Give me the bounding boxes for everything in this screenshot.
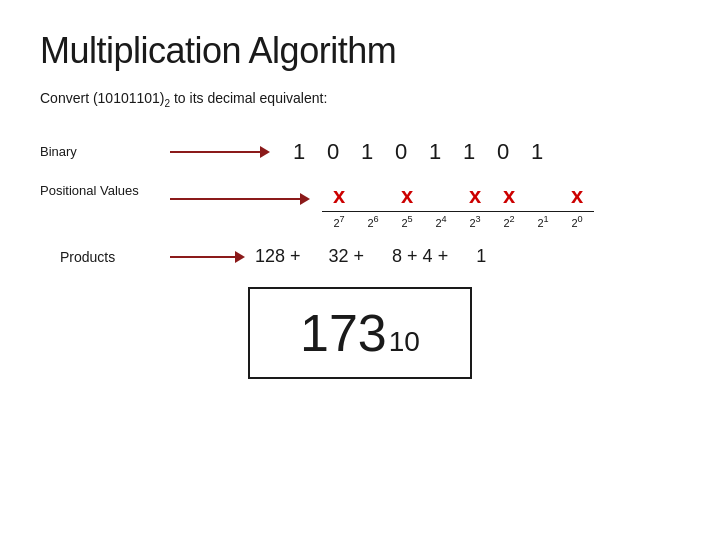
product-8: 8 + 4 + bbox=[392, 246, 448, 267]
power-3: 23 bbox=[458, 214, 492, 229]
binary-label: Binary bbox=[40, 144, 170, 159]
result-display: 17310 bbox=[248, 287, 472, 379]
result-number: 173 bbox=[300, 303, 387, 363]
page: Multiplication Algorithm Convert (101011… bbox=[0, 0, 720, 540]
power-row: 27 26 25 24 23 22 21 20 bbox=[322, 211, 594, 229]
digit-2: 1 bbox=[350, 139, 384, 165]
binary-arrow bbox=[170, 146, 270, 158]
x-cell-7: x bbox=[560, 183, 594, 209]
digit-4: 1 bbox=[418, 139, 452, 165]
x-cell-5: x bbox=[492, 183, 526, 209]
product-1: 1 bbox=[476, 246, 486, 267]
result-box: 17310 bbox=[40, 287, 680, 379]
products-arrowhead bbox=[235, 251, 245, 263]
power-7: 27 bbox=[322, 214, 356, 229]
digit-5: 1 bbox=[452, 139, 486, 165]
power-1: 21 bbox=[526, 214, 560, 229]
digit-0: 1 bbox=[282, 139, 316, 165]
binary-digits: 1 0 1 0 1 1 0 1 bbox=[282, 139, 554, 165]
binary-line bbox=[170, 151, 260, 153]
product-32: 32 + bbox=[329, 246, 365, 267]
products-row: Products 128 + 32 + 8 + 4 + 1 bbox=[40, 246, 680, 267]
positional-label: Positional Values bbox=[40, 183, 170, 198]
result-subscript: 10 bbox=[389, 326, 420, 358]
power-4: 24 bbox=[424, 214, 458, 229]
subtitle: Convert (10101101)2 to its decimal equiv… bbox=[40, 90, 680, 109]
positional-content: x x x x x x x x 27 26 25 24 23 22 21 20 bbox=[322, 183, 594, 229]
subtitle-text: Convert (10101101)2 to its decimal equiv… bbox=[40, 90, 327, 106]
digit-6: 0 bbox=[486, 139, 520, 165]
x-cell-4: x bbox=[458, 183, 492, 209]
page-title: Multiplication Algorithm bbox=[40, 30, 680, 72]
x-cell-3: x bbox=[424, 183, 458, 209]
positional-row: Positional Values x x x x x x x x 27 26 … bbox=[40, 183, 680, 229]
positional-line bbox=[170, 198, 300, 200]
products-label: Products bbox=[40, 249, 170, 265]
digit-1: 0 bbox=[316, 139, 350, 165]
power-5: 25 bbox=[390, 214, 424, 229]
binary-row: Binary 1 0 1 0 1 1 0 1 bbox=[40, 139, 680, 165]
positional-arrow bbox=[170, 193, 310, 205]
digit-7: 1 bbox=[520, 139, 554, 165]
x-cell-1: x bbox=[356, 183, 390, 209]
products-expression: 128 + 32 + 8 + 4 + 1 bbox=[255, 246, 486, 267]
positional-arrowhead bbox=[300, 193, 310, 205]
products-line bbox=[170, 256, 235, 258]
products-arrow bbox=[170, 251, 245, 263]
x-row: x x x x x x x x bbox=[322, 183, 594, 209]
power-2: 22 bbox=[492, 214, 526, 229]
x-cell-6: x bbox=[526, 183, 560, 209]
digit-3: 0 bbox=[384, 139, 418, 165]
x-cell-2: x bbox=[390, 183, 424, 209]
product-128: 128 + bbox=[255, 246, 301, 267]
binary-arrowhead bbox=[260, 146, 270, 158]
power-0: 20 bbox=[560, 214, 594, 229]
power-6: 26 bbox=[356, 214, 390, 229]
x-cell-0: x bbox=[322, 183, 356, 209]
